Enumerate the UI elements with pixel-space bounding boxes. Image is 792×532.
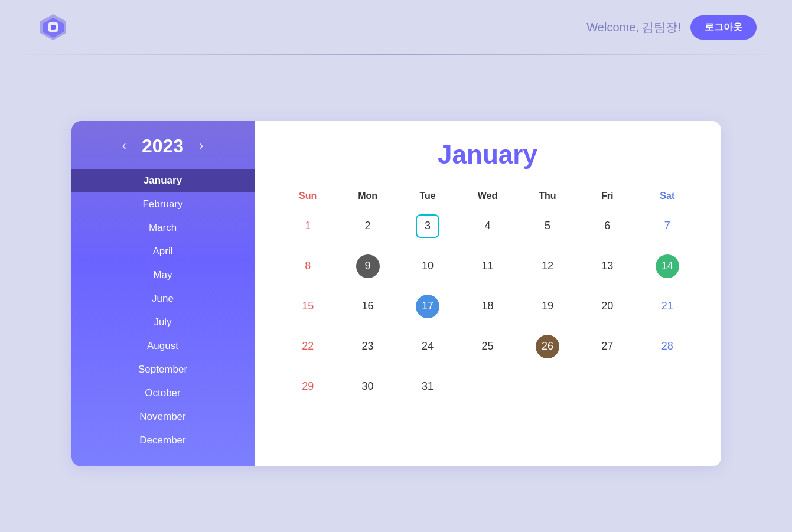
day-9[interactable]: 9 xyxy=(338,246,397,286)
day-15[interactable]: 15 xyxy=(278,286,338,327)
day-17[interactable]: 17 xyxy=(397,286,457,327)
day-empty-1 xyxy=(458,367,517,407)
month-item-january[interactable]: January xyxy=(71,169,255,192)
month-item-november[interactable]: November xyxy=(71,405,255,429)
month-item-august[interactable]: August xyxy=(71,334,255,358)
calendar-card: ‹ 2023 › January February March April Ma… xyxy=(71,121,721,466)
month-item-december[interactable]: December xyxy=(71,429,255,452)
day-empty-2 xyxy=(517,367,577,407)
day-empty-4 xyxy=(637,367,697,407)
table-row: 8 9 10 11 12 13 14 xyxy=(278,246,698,286)
day-22[interactable]: 22 xyxy=(278,327,338,367)
header: Welcome, 김팀장! 로그아웃 xyxy=(0,0,792,54)
table-row: 29 30 31 xyxy=(278,367,698,407)
month-item-september[interactable]: September xyxy=(71,358,255,381)
year-label: 2023 xyxy=(142,135,184,157)
day-12[interactable]: 12 xyxy=(517,246,577,286)
day-24[interactable]: 24 xyxy=(397,327,457,367)
month-item-october[interactable]: October xyxy=(71,381,255,405)
day-8[interactable]: 8 xyxy=(278,246,338,286)
day-11[interactable]: 11 xyxy=(458,246,517,286)
month-item-march[interactable]: March xyxy=(71,216,255,240)
day-27[interactable]: 27 xyxy=(578,327,637,367)
month-item-february[interactable]: February xyxy=(71,192,255,216)
day-empty-3 xyxy=(578,367,637,407)
weekday-fri: Fri xyxy=(578,186,637,206)
weekday-wed: Wed xyxy=(458,186,517,206)
day-21[interactable]: 21 xyxy=(637,286,697,327)
next-year-button[interactable]: › xyxy=(194,136,208,156)
month-item-july[interactable]: July xyxy=(71,311,255,334)
day-4[interactable]: 4 xyxy=(458,206,517,246)
weekday-sun: Sun xyxy=(278,186,338,206)
day-23[interactable]: 23 xyxy=(338,327,397,367)
day-13[interactable]: 13 xyxy=(578,246,637,286)
month-item-june[interactable]: June xyxy=(71,287,255,311)
table-row: 22 23 24 25 26 27 28 xyxy=(278,327,698,367)
day-1[interactable]: 1 xyxy=(278,206,338,246)
logo xyxy=(35,9,71,45)
day-16[interactable]: 16 xyxy=(338,286,397,327)
day-31[interactable]: 31 xyxy=(397,367,457,407)
day-20[interactable]: 20 xyxy=(578,286,637,327)
sidebar: ‹ 2023 › January February March April Ma… xyxy=(71,121,255,466)
day-25[interactable]: 25 xyxy=(458,327,517,367)
day-6[interactable]: 6 xyxy=(578,206,637,246)
month-list: January February March April May June Ju… xyxy=(71,169,255,452)
day-7[interactable]: 7 xyxy=(637,206,697,246)
day-29[interactable]: 29 xyxy=(278,367,338,407)
weekday-tue: Tue xyxy=(397,186,457,206)
weekday-sat: Sat xyxy=(637,186,697,206)
calendar-grid: Sun Mon Tue Wed Thu Fri Sat 1 2 3 xyxy=(278,186,698,407)
day-3[interactable]: 3 xyxy=(397,206,457,246)
logout-button[interactable]: 로그아웃 xyxy=(690,15,757,40)
table-row: 15 16 17 18 19 20 21 xyxy=(278,286,698,327)
header-right: Welcome, 김팀장! 로그아웃 xyxy=(586,15,757,40)
prev-year-button[interactable]: ‹ xyxy=(118,136,131,156)
month-item-may[interactable]: May xyxy=(71,263,255,287)
day-28[interactable]: 28 xyxy=(637,327,697,367)
day-14[interactable]: 14 xyxy=(637,246,697,286)
main-content: ‹ 2023 › January February March April Ma… xyxy=(0,55,792,532)
year-nav: ‹ 2023 › xyxy=(118,135,208,157)
welcome-text: Welcome, 김팀장! xyxy=(586,19,681,35)
day-18[interactable]: 18 xyxy=(458,286,517,327)
day-10[interactable]: 10 xyxy=(397,246,457,286)
day-26[interactable]: 26 xyxy=(517,327,577,367)
day-5[interactable]: 5 xyxy=(517,206,577,246)
weekday-thu: Thu xyxy=(517,186,577,206)
day-19[interactable]: 19 xyxy=(517,286,577,327)
month-item-april[interactable]: April xyxy=(71,240,255,263)
table-row: 1 2 3 4 5 6 7 xyxy=(278,206,698,246)
day-30[interactable]: 30 xyxy=(338,367,397,407)
day-2[interactable]: 2 xyxy=(338,206,397,246)
calendar-main: January Sun Mon Tue Wed Thu Fri Sat xyxy=(255,121,721,466)
logo-icon xyxy=(38,12,69,43)
svg-rect-3 xyxy=(51,25,56,30)
weekday-mon: Mon xyxy=(338,186,397,206)
month-title: January xyxy=(278,140,698,169)
